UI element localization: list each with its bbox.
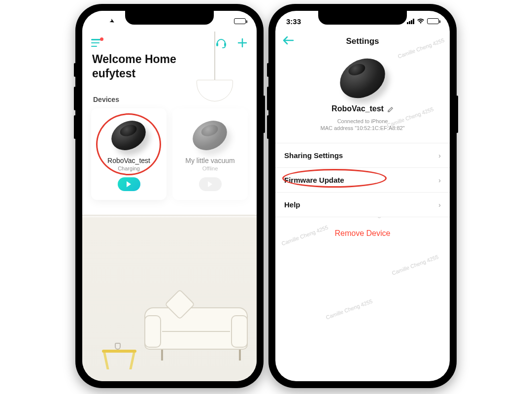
device-status-label: Offline bbox=[202, 165, 218, 171]
device-card-robovac-test[interactable]: RoboVac_test Charging bbox=[91, 108, 166, 200]
sofa-illustration bbox=[144, 307, 248, 350]
mac-address-text: MAC address "10:52:1C:EF:A8:82" bbox=[275, 125, 450, 131]
add-device-button[interactable] bbox=[237, 37, 248, 48]
settings-item-label: Help bbox=[284, 200, 300, 209]
watermark-text: Camille Cheng 4255 bbox=[325, 298, 373, 320]
back-button[interactable] bbox=[282, 34, 294, 48]
robovac-icon bbox=[107, 115, 151, 154]
chevron-right-icon: › bbox=[438, 151, 441, 160]
settings-item-label: Firmware Update bbox=[284, 176, 344, 184]
device-card-row: RoboVac_test Charging My little vacuum O… bbox=[82, 108, 257, 200]
start-cleaning-button[interactable] bbox=[118, 177, 140, 191]
phone-frame-settings: Camille Cheng 4255 Camille Cheng 4255 Ca… bbox=[268, 4, 457, 388]
device-name-label: RoboVac_test bbox=[107, 157, 150, 164]
phone-power-button bbox=[263, 96, 265, 133]
phone-notch bbox=[318, 11, 407, 25]
connection-status-text: Connected to iPhone bbox=[275, 118, 450, 124]
settings-topbar: Settings bbox=[275, 32, 450, 51]
phone-volume-up bbox=[74, 87, 76, 110]
device-status-label: Charging bbox=[118, 165, 140, 171]
settings-item-firmware-update[interactable]: Firmware Update › bbox=[275, 168, 450, 193]
settings-list: Sharing Settings › Firmware Update › Hel… bbox=[275, 143, 450, 217]
play-icon bbox=[208, 181, 212, 187]
settings-item-help[interactable]: Help › bbox=[275, 193, 450, 217]
cup-illustration bbox=[115, 343, 121, 350]
status-time: 3:33 bbox=[286, 17, 301, 26]
welcome-line1: Welcome Home bbox=[92, 52, 247, 66]
settings-item-sharing[interactable]: Sharing Settings › bbox=[275, 143, 450, 168]
phone-notch bbox=[125, 11, 214, 25]
svg-rect-0 bbox=[216, 43, 218, 46]
menu-button[interactable] bbox=[91, 39, 102, 47]
battery-icon bbox=[427, 18, 439, 24]
edit-name-icon[interactable] bbox=[387, 105, 394, 112]
watermark-text: Camille Cheng 4255 bbox=[391, 254, 439, 276]
chevron-right-icon: › bbox=[438, 200, 441, 209]
play-icon bbox=[127, 181, 131, 187]
device-card-my-little-vacuum[interactable]: My little vacuum Offline bbox=[172, 108, 248, 200]
device-hero-image bbox=[336, 56, 389, 101]
start-cleaning-button-disabled bbox=[199, 177, 222, 191]
svg-rect-1 bbox=[224, 43, 226, 46]
remove-device-button[interactable]: Remove Device bbox=[275, 217, 450, 250]
home-topbar bbox=[82, 32, 257, 51]
device-name: RoboVac_test bbox=[332, 104, 384, 113]
chevron-right-icon: › bbox=[438, 176, 441, 184]
notification-dot-icon bbox=[100, 37, 103, 41]
support-headset-icon[interactable] bbox=[215, 37, 227, 48]
table-illustration bbox=[102, 350, 136, 353]
devices-section-label: Devices bbox=[82, 81, 257, 108]
robovac-icon bbox=[189, 115, 232, 154]
settings-item-label: Sharing Settings bbox=[284, 151, 343, 160]
phone-mute-switch bbox=[74, 63, 76, 77]
welcome-line2: eufytest bbox=[92, 66, 247, 81]
settings-body: RoboVac_test Connected to iPhone MAC add… bbox=[275, 51, 450, 250]
wifi-icon bbox=[417, 17, 425, 26]
cellular-signal-icon bbox=[407, 19, 414, 24]
phone-volume-down bbox=[74, 115, 76, 139]
welcome-heading: Welcome Home eufytest bbox=[82, 51, 257, 81]
battery-icon bbox=[234, 18, 246, 24]
device-name-label: My little vacuum bbox=[185, 157, 234, 164]
settings-title: Settings bbox=[275, 36, 450, 46]
phone-frame-home: 2:52 ➤ bbox=[75, 4, 264, 388]
